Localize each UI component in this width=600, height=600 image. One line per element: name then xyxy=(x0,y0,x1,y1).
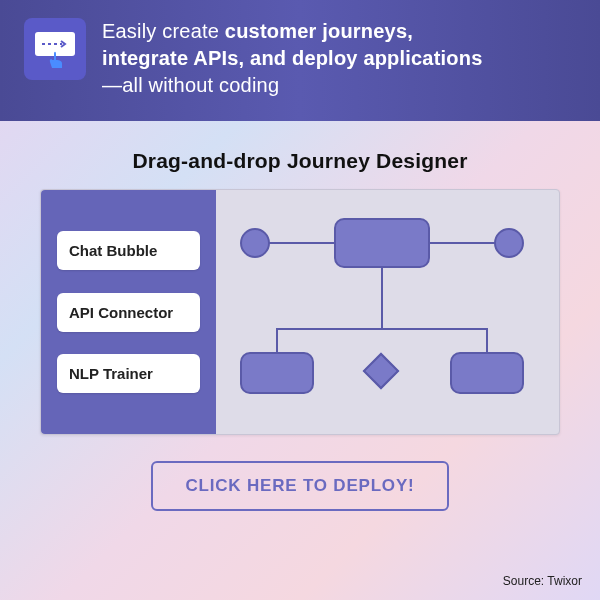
source-attribution: Source: Twixor xyxy=(503,574,582,588)
connector xyxy=(430,242,496,244)
journey-designer: Chat Bubble API Connector NLP Trainer xyxy=(40,189,560,435)
palette-item-chat-bubble[interactable]: Chat Bubble xyxy=(57,231,200,270)
palette-item-nlp-trainer[interactable]: NLP Trainer xyxy=(57,354,200,393)
palette-item-api-connector[interactable]: API Connector xyxy=(57,293,200,332)
header-line1-plain: Easily create xyxy=(102,20,225,42)
touch-interface-icon xyxy=(24,18,86,80)
component-palette: Chat Bubble API Connector NLP Trainer xyxy=(41,190,216,434)
connector xyxy=(381,268,383,328)
node-decision[interactable] xyxy=(363,353,400,390)
design-canvas[interactable] xyxy=(216,190,559,434)
header-line1-bold: customer journeys, xyxy=(225,20,413,42)
node-process-left[interactable] xyxy=(240,352,314,394)
node-process-right[interactable] xyxy=(450,352,524,394)
header-line3-plain: —all without coding xyxy=(102,72,482,99)
connector xyxy=(276,328,488,330)
header-copy: Easily create customer journeys, integra… xyxy=(102,18,482,99)
connector xyxy=(268,242,334,244)
header-line2-bold: integrate APIs, and deploy applications xyxy=(102,47,482,69)
node-process-top[interactable] xyxy=(334,218,430,268)
deploy-button[interactable]: CLICK HERE TO DEPLOY! xyxy=(151,461,448,511)
designer-title: Drag-and-drop Journey Designer xyxy=(40,149,560,173)
promo-header: Easily create customer journeys, integra… xyxy=(0,0,600,121)
node-end[interactable] xyxy=(494,228,524,258)
node-start[interactable] xyxy=(240,228,270,258)
